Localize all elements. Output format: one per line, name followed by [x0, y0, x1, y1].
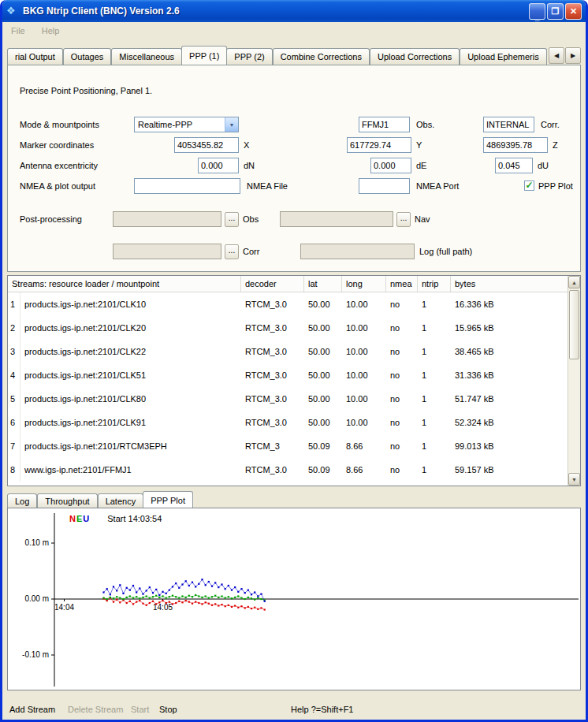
nmea-port-field[interactable]	[359, 178, 410, 194]
stream-mountpoint: products.igs-ip.net:2101/CLK51	[20, 370, 241, 380]
menubar: File Help	[2, 22, 586, 39]
stream-decoder: RTCM_3.0	[241, 418, 304, 427]
post-log-field	[300, 244, 415, 259]
bottom-tab-bar: Log Throughput Latency PPP Plot	[7, 491, 581, 508]
stream-row[interactable]: 1 products.igs-ip.net:2101/CLK10 RTCM_3.…	[8, 292, 568, 316]
tab-ppp-plot[interactable]: PPP Plot	[143, 491, 193, 508]
stream-lat: 50.00	[304, 300, 342, 309]
antenna-du-field[interactable]	[495, 158, 533, 173]
stream-decoder: RTCM_3.0	[241, 347, 304, 356]
maximize-button[interactable]: ❐	[547, 3, 564, 20]
marker-x-field[interactable]	[174, 137, 239, 153]
mode-combobox[interactable]: Realtime-PPP ▼	[134, 117, 239, 132]
tab-upload-ephemeris[interactable]: Upload Ephemeris	[460, 48, 547, 65]
tab-serial-output[interactable]: rial Output	[7, 48, 63, 65]
menu-help[interactable]: Help	[40, 24, 61, 37]
stream-mountpoint: products.igs-ip.net:2101/CLK20	[20, 323, 241, 333]
stream-lat: 50.00	[304, 323, 342, 333]
corr-mountpoint-field[interactable]	[483, 117, 534, 132]
marker-z-field[interactable]	[483, 137, 548, 153]
svg-text:14:04: 14:04	[54, 603, 74, 612]
stream-row[interactable]: 8 www.igs-ip.net:2101/FFMJ1 RTCM_3.0 50.…	[8, 458, 568, 482]
scrollbar-thumb[interactable]	[569, 290, 579, 359]
antenna-dn-field[interactable]	[198, 158, 239, 173]
tab-upload-corrections[interactable]: Upload Corrections	[370, 48, 460, 65]
stream-bytes: 52.324 kB	[451, 418, 568, 427]
stream-row[interactable]: 6 products.igs-ip.net:2101/CLK91 RTCM_3.…	[8, 411, 568, 434]
minimize-button[interactable]: _	[529, 3, 545, 20]
obs-mountpoint-field[interactable]	[359, 117, 410, 132]
plot-start-label: Start 14:03:54	[107, 514, 162, 523]
stream-nmea: no	[386, 418, 418, 427]
stream-bytes: 15.965 kB	[451, 323, 568, 333]
statusbar: Add Stream Delete Stream Start Stop Help…	[5, 701, 583, 720]
legend-item-u: U	[83, 514, 89, 523]
streams-table-header: Streams: resource loader / mountpoint de…	[8, 276, 568, 292]
stream-nmea: no	[386, 300, 418, 309]
tab-combine-corrections[interactable]: Combine Corrections	[273, 48, 370, 65]
scroll-down-icon[interactable]: ▼	[568, 473, 580, 486]
panel-title: Precise Point Positioning, Panel 1.	[20, 86, 152, 95]
stream-row[interactable]: 5 products.igs-ip.net:2101/CLK80 RTCM_3.…	[8, 387, 568, 411]
marker-y-field[interactable]	[347, 137, 411, 153]
post-nav-field	[280, 211, 393, 227]
stream-lat: 50.00	[304, 370, 342, 380]
stream-nmea: no	[386, 323, 418, 333]
tab-miscellaneous[interactable]: Miscellaneous	[111, 48, 182, 65]
tab-latency[interactable]: Latency	[98, 493, 144, 508]
stream-ntrip: 1	[418, 370, 451, 380]
mode-label: Mode & mountpoints	[20, 120, 99, 129]
stream-lat: 50.09	[304, 465, 342, 475]
legend-item-e: E	[76, 514, 82, 523]
ppp-plot-checkbox[interactable]	[524, 180, 534, 191]
maximize-icon: ❐	[552, 6, 560, 17]
nmea-file-field[interactable]	[134, 178, 240, 194]
stream-nmea: no	[386, 347, 418, 356]
stream-row[interactable]: 3 products.igs-ip.net:2101/CLK22 RTCM_3.…	[8, 340, 568, 363]
tab-outages[interactable]: Outages	[63, 48, 112, 65]
stop-button[interactable]: Stop	[159, 705, 177, 714]
post-corr-label: Corr	[243, 247, 259, 256]
stream-row-number: 6	[8, 411, 20, 434]
tab-log[interactable]: Log	[7, 493, 37, 508]
antenna-de-field[interactable]	[370, 158, 411, 173]
stream-bytes: 51.747 kB	[451, 394, 568, 404]
stream-decoder: RTCM_3.0	[241, 323, 304, 333]
antenna-label: Antenna excentricity	[20, 161, 98, 170]
stream-ntrip: 1	[418, 300, 451, 309]
menu-file[interactable]: File	[9, 24, 27, 37]
stream-nmea: no	[386, 465, 418, 475]
tab-scroll-left-icon[interactable]: ◀	[549, 47, 564, 64]
tab-ppp-1[interactable]: PPP (1)	[181, 46, 227, 65]
antenna-de-label: dE	[416, 161, 426, 170]
close-button[interactable]: ✕	[565, 3, 582, 20]
tab-ppp-2[interactable]: PPP (2)	[226, 48, 272, 65]
streams-header-label: Streams: resource loader / mountpoint	[8, 276, 241, 292]
stream-decoder: RTCM_3.0	[241, 370, 304, 380]
help-hint-label: Help ?=Shift+F1	[291, 705, 354, 714]
stream-lat: 50.00	[304, 418, 342, 427]
post-corr-browse-button[interactable]: ...	[225, 244, 239, 259]
nmea-port-label: NMEA Port	[416, 181, 459, 191]
ppp-plot-panel: NEU Start 14:03:54 0.10 m0.00 m-0.10 m14…	[7, 508, 581, 690]
post-corr-field	[113, 244, 221, 259]
stream-mountpoint: products.igs-ip.net:2101/RTCM3EPH	[20, 441, 241, 451]
stream-row-number: 5	[8, 387, 20, 411]
post-obs-browse-button[interactable]: ...	[225, 212, 239, 227]
column-long: long	[342, 276, 386, 292]
column-decoder: decoder	[241, 276, 304, 292]
stream-row[interactable]: 2 products.igs-ip.net:2101/CLK20 RTCM_3.…	[8, 316, 568, 340]
stream-row[interactable]: 7 products.igs-ip.net:2101/RTCM3EPH RTCM…	[8, 434, 568, 458]
app-icon: ❖	[6, 5, 20, 17]
streams-scrollbar[interactable]: ▲ ▼	[568, 276, 580, 486]
post-nav-label: Nav	[415, 214, 430, 224]
tab-scroll-right-icon[interactable]: ▶	[565, 47, 581, 64]
column-lat: lat	[304, 276, 342, 292]
post-nav-browse-button[interactable]: ...	[396, 212, 411, 227]
tab-throughput[interactable]: Throughput	[37, 493, 97, 508]
stream-ntrip: 1	[418, 323, 451, 333]
stream-row[interactable]: 4 products.igs-ip.net:2101/CLK51 RTCM_3.…	[8, 363, 568, 387]
stream-bytes: 16.336 kB	[451, 300, 568, 309]
scroll-up-icon[interactable]: ▲	[568, 276, 580, 288]
add-stream-button[interactable]: Add Stream	[9, 705, 55, 714]
